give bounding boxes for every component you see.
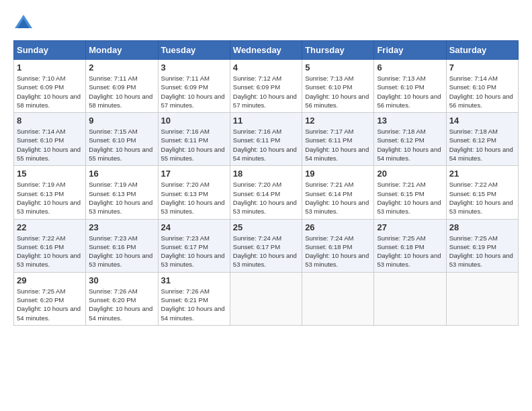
calendar-cell [374,272,446,325]
day-info: Sunrise: 7:12 AMSunset: 6:09 PMDaylight:… [233,74,299,109]
calendar-cell: 3Sunrise: 7:11 AMSunset: 6:09 PMDaylight… [158,60,230,113]
day-number: 5 [305,62,371,73]
calendar-header-thursday: Thursday [302,41,374,60]
calendar-week-row: 8Sunrise: 7:14 AMSunset: 6:10 PMDaylight… [14,113,519,166]
day-info: Sunrise: 7:14 AMSunset: 6:10 PMDaylight:… [449,74,515,109]
calendar-header-saturday: Saturday [446,41,518,60]
day-info: Sunrise: 7:11 AMSunset: 6:09 PMDaylight:… [89,74,154,109]
calendar-header-sunday: Sunday [14,41,86,60]
day-info: Sunrise: 7:18 AMSunset: 6:12 PMDaylight:… [377,127,443,163]
day-number: 3 [161,62,227,73]
day-number: 1 [17,62,83,73]
calendar-cell: 26Sunrise: 7:24 AMSunset: 6:18 PMDayligh… [302,219,374,272]
day-info: Sunrise: 7:26 AMSunset: 6:21 PMDaylight:… [161,287,227,322]
day-info: Sunrise: 7:14 AMSunset: 6:10 PMDaylight:… [17,127,83,163]
day-info: Sunrise: 7:10 AMSunset: 6:09 PMDaylight:… [17,74,83,109]
calendar-cell: 24Sunrise: 7:23 AMSunset: 6:17 PMDayligh… [158,219,230,272]
calendar-cell: 16Sunrise: 7:19 AMSunset: 6:13 PMDayligh… [86,166,158,219]
calendar-week-row: 29Sunrise: 7:25 AMSunset: 6:20 PMDayligh… [14,272,519,325]
day-number: 10 [161,116,227,126]
day-number: 7 [449,62,515,73]
calendar-cell: 6Sunrise: 7:13 AMSunset: 6:10 PMDaylight… [374,60,446,113]
calendar-cell: 13Sunrise: 7:18 AMSunset: 6:12 PMDayligh… [374,113,446,166]
calendar-cell: 1Sunrise: 7:10 AMSunset: 6:09 PMDaylight… [14,60,86,113]
day-number: 19 [305,169,371,179]
day-info: Sunrise: 7:23 AMSunset: 6:16 PMDaylight:… [89,234,154,269]
day-info: Sunrise: 7:25 AMSunset: 6:19 PMDaylight:… [449,234,515,269]
day-number: 29 [17,275,83,285]
day-info: Sunrise: 7:23 AMSunset: 6:17 PMDaylight:… [161,234,227,269]
day-info: Sunrise: 7:13 AMSunset: 6:10 PMDaylight:… [377,74,443,109]
calendar-header-monday: Monday [86,41,158,60]
day-info: Sunrise: 7:16 AMSunset: 6:11 PMDaylight:… [161,127,227,163]
calendar: SundayMondayTuesdayWednesdayThursdayFrid… [13,40,519,326]
day-number: 8 [17,116,83,126]
day-info: Sunrise: 7:22 AMSunset: 6:15 PMDaylight:… [449,180,515,216]
calendar-cell: 2Sunrise: 7:11 AMSunset: 6:09 PMDaylight… [86,60,158,113]
calendar-cell: 15Sunrise: 7:19 AMSunset: 6:13 PMDayligh… [14,166,86,219]
day-info: Sunrise: 7:22 AMSunset: 6:16 PMDaylight:… [17,234,83,269]
calendar-cell: 27Sunrise: 7:25 AMSunset: 6:18 PMDayligh… [374,219,446,272]
calendar-cell [446,272,518,325]
day-info: Sunrise: 7:19 AMSunset: 6:13 PMDaylight:… [89,180,154,216]
calendar-cell: 23Sunrise: 7:23 AMSunset: 6:16 PMDayligh… [86,219,158,272]
day-info: Sunrise: 7:13 AMSunset: 6:10 PMDaylight:… [305,74,371,109]
day-info: Sunrise: 7:17 AMSunset: 6:11 PMDaylight:… [305,127,371,163]
day-number: 21 [449,169,515,179]
day-number: 11 [233,116,299,126]
calendar-cell: 22Sunrise: 7:22 AMSunset: 6:16 PMDayligh… [14,219,86,272]
day-info: Sunrise: 7:20 AMSunset: 6:13 PMDaylight:… [161,180,227,216]
calendar-cell: 4Sunrise: 7:12 AMSunset: 6:09 PMDaylight… [230,60,302,113]
day-info: Sunrise: 7:16 AMSunset: 6:11 PMDaylight:… [233,127,299,163]
day-info: Sunrise: 7:21 AMSunset: 6:15 PMDaylight:… [377,180,443,216]
day-number: 17 [161,169,227,179]
day-info: Sunrise: 7:26 AMSunset: 6:20 PMDaylight:… [89,287,154,322]
calendar-cell: 18Sunrise: 7:20 AMSunset: 6:14 PMDayligh… [230,166,302,219]
calendar-cell: 28Sunrise: 7:25 AMSunset: 6:19 PMDayligh… [446,219,518,272]
day-number: 23 [89,222,154,232]
day-number: 30 [89,275,154,285]
calendar-cell: 29Sunrise: 7:25 AMSunset: 6:20 PMDayligh… [14,272,86,325]
calendar-cell: 17Sunrise: 7:20 AMSunset: 6:13 PMDayligh… [158,166,230,219]
day-number: 31 [161,275,227,285]
day-info: Sunrise: 7:24 AMSunset: 6:17 PMDaylight:… [233,234,299,269]
calendar-cell: 21Sunrise: 7:22 AMSunset: 6:15 PMDayligh… [446,166,518,219]
day-number: 22 [17,222,83,232]
day-info: Sunrise: 7:11 AMSunset: 6:09 PMDaylight:… [161,74,227,109]
calendar-cell [230,272,302,325]
day-info: Sunrise: 7:19 AMSunset: 6:13 PMDaylight:… [17,180,83,216]
logo [13,13,36,34]
calendar-header-tuesday: Tuesday [158,41,230,60]
calendar-cell [302,272,374,325]
calendar-header-friday: Friday [374,41,446,60]
day-info: Sunrise: 7:15 AMSunset: 6:10 PMDaylight:… [89,127,154,163]
day-number: 24 [161,222,227,232]
day-number: 9 [89,116,154,126]
day-info: Sunrise: 7:21 AMSunset: 6:14 PMDaylight:… [305,180,371,216]
calendar-header-wednesday: Wednesday [230,41,302,60]
calendar-week-row: 1Sunrise: 7:10 AMSunset: 6:09 PMDaylight… [14,60,519,113]
calendar-cell: 8Sunrise: 7:14 AMSunset: 6:10 PMDaylight… [14,113,86,166]
day-number: 25 [233,222,299,232]
calendar-cell: 30Sunrise: 7:26 AMSunset: 6:20 PMDayligh… [86,272,158,325]
day-number: 4 [233,62,299,73]
day-number: 20 [377,169,443,179]
day-number: 13 [377,116,443,126]
calendar-header-row: SundayMondayTuesdayWednesdayThursdayFrid… [14,41,519,60]
day-info: Sunrise: 7:20 AMSunset: 6:14 PMDaylight:… [233,180,299,216]
calendar-week-row: 15Sunrise: 7:19 AMSunset: 6:13 PMDayligh… [14,166,519,219]
day-number: 6 [377,62,443,73]
day-number: 12 [305,116,371,126]
day-number: 18 [233,169,299,179]
calendar-cell: 10Sunrise: 7:16 AMSunset: 6:11 PMDayligh… [158,113,230,166]
day-number: 28 [449,222,515,232]
day-info: Sunrise: 7:18 AMSunset: 6:12 PMDaylight:… [449,127,515,163]
logo-icon [13,13,34,34]
day-info: Sunrise: 7:24 AMSunset: 6:18 PMDaylight:… [305,234,371,269]
calendar-cell: 5Sunrise: 7:13 AMSunset: 6:10 PMDaylight… [302,60,374,113]
calendar-week-row: 22Sunrise: 7:22 AMSunset: 6:16 PMDayligh… [14,219,519,272]
calendar-cell: 19Sunrise: 7:21 AMSunset: 6:14 PMDayligh… [302,166,374,219]
calendar-cell: 9Sunrise: 7:15 AMSunset: 6:10 PMDaylight… [86,113,158,166]
calendar-cell: 14Sunrise: 7:18 AMSunset: 6:12 PMDayligh… [446,113,518,166]
calendar-cell: 25Sunrise: 7:24 AMSunset: 6:17 PMDayligh… [230,219,302,272]
